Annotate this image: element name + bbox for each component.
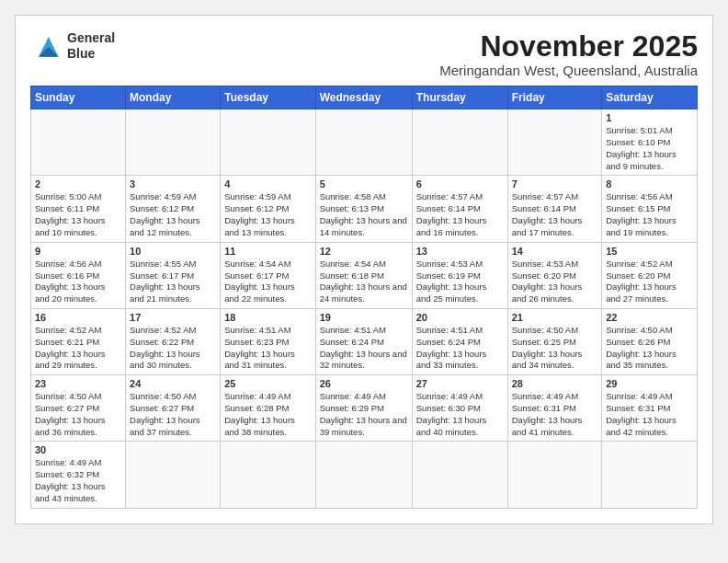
- day-number: 1: [606, 112, 693, 123]
- col-monday: Monday: [126, 86, 221, 109]
- month-title: November 2025: [439, 30, 698, 63]
- calendar-week-row: 9Sunrise: 4:56 AM Sunset: 6:16 PM Daylig…: [31, 242, 698, 308]
- day-number: 9: [35, 246, 121, 257]
- day-number: 3: [130, 178, 216, 190]
- day-number: 2: [35, 178, 121, 190]
- logo-line1: General: [67, 30, 115, 45]
- calendar-cell: [315, 442, 412, 508]
- calendar-cell: 30Sunrise: 4:49 AM Sunset: 6:32 PM Dayli…: [31, 442, 126, 508]
- day-info: Sunrise: 4:59 AM Sunset: 6:12 PM Dayligh…: [130, 191, 216, 238]
- day-info: Sunrise: 4:54 AM Sunset: 6:17 PM Dayligh…: [224, 259, 311, 305]
- day-info: Sunrise: 4:51 AM Sunset: 6:24 PM Dayligh…: [320, 325, 408, 372]
- calendar-cell: 23Sunrise: 4:50 AM Sunset: 6:27 PM Dayli…: [31, 375, 126, 442]
- day-number: 5: [320, 178, 408, 190]
- calendar-cell: [412, 442, 507, 508]
- day-info: Sunrise: 4:54 AM Sunset: 6:18 PM Dayligh…: [320, 259, 408, 305]
- day-number: 17: [130, 312, 216, 323]
- calendar-cell: 15Sunrise: 4:52 AM Sunset: 6:20 PM Dayli…: [602, 242, 698, 308]
- calendar-header-row: Sunday Monday Tuesday Wednesday Thursday…: [31, 86, 698, 109]
- day-number: 11: [224, 246, 311, 257]
- calendar-cell: 26Sunrise: 4:49 AM Sunset: 6:29 PM Dayli…: [315, 375, 412, 442]
- day-info: Sunrise: 4:56 AM Sunset: 6:16 PM Dayligh…: [35, 259, 121, 305]
- calendar-cell: 25Sunrise: 4:49 AM Sunset: 6:28 PM Dayli…: [221, 375, 315, 442]
- day-number: 25: [224, 378, 311, 389]
- calendar-cell: [602, 442, 698, 508]
- calendar-cell: 14Sunrise: 4:53 AM Sunset: 6:20 PM Dayli…: [507, 242, 601, 308]
- day-number: 10: [130, 246, 216, 257]
- calendar-cell: 8Sunrise: 4:56 AM Sunset: 6:15 PM Daylig…: [602, 176, 698, 242]
- calendar-cell: 1Sunrise: 5:01 AM Sunset: 6:10 PM Daylig…: [602, 109, 698, 176]
- day-info: Sunrise: 4:57 AM Sunset: 6:14 PM Dayligh…: [416, 191, 504, 238]
- day-info: Sunrise: 4:50 AM Sunset: 6:27 PM Dayligh…: [130, 391, 216, 438]
- day-number: 27: [416, 378, 504, 389]
- day-info: Sunrise: 4:52 AM Sunset: 6:22 PM Dayligh…: [130, 325, 216, 372]
- page-header: General Blue November 2025 Meringandan W…: [30, 30, 698, 78]
- day-info: Sunrise: 4:50 AM Sunset: 6:26 PM Dayligh…: [606, 325, 693, 372]
- day-info: Sunrise: 4:49 AM Sunset: 6:32 PM Dayligh…: [35, 457, 121, 504]
- calendar-cell: [126, 109, 221, 176]
- calendar-cell: 5Sunrise: 4:58 AM Sunset: 6:13 PM Daylig…: [315, 176, 412, 242]
- day-number: 23: [35, 378, 121, 389]
- logo-line2: Blue: [67, 46, 95, 61]
- calendar-cell: 9Sunrise: 4:56 AM Sunset: 6:16 PM Daylig…: [31, 242, 126, 308]
- col-saturday: Saturday: [602, 86, 698, 109]
- day-number: 15: [606, 246, 693, 257]
- calendar-cell: [221, 442, 315, 508]
- col-sunday: Sunday: [31, 86, 126, 109]
- calendar-cell: 28Sunrise: 4:49 AM Sunset: 6:31 PM Dayli…: [507, 375, 601, 442]
- calendar-cell: [412, 109, 507, 176]
- calendar-cell: 12Sunrise: 4:54 AM Sunset: 6:18 PM Dayli…: [315, 242, 412, 308]
- day-number: 18: [224, 312, 311, 323]
- calendar-cell: 19Sunrise: 4:51 AM Sunset: 6:24 PM Dayli…: [315, 308, 412, 374]
- calendar-cell: [31, 109, 126, 176]
- day-number: 20: [416, 312, 504, 323]
- calendar-cell: 18Sunrise: 4:51 AM Sunset: 6:23 PM Dayli…: [221, 308, 315, 374]
- day-info: Sunrise: 5:00 AM Sunset: 6:11 PM Dayligh…: [35, 191, 121, 238]
- calendar-cell: [507, 442, 601, 508]
- day-info: Sunrise: 4:52 AM Sunset: 6:21 PM Dayligh…: [35, 325, 121, 372]
- day-number: 21: [512, 312, 597, 323]
- day-number: 12: [320, 246, 408, 257]
- day-info: Sunrise: 4:50 AM Sunset: 6:25 PM Dayligh…: [512, 325, 597, 372]
- day-number: 7: [512, 178, 597, 190]
- day-info: Sunrise: 4:55 AM Sunset: 6:17 PM Dayligh…: [130, 259, 216, 305]
- location-title: Meringandan West, Queensland, Australia: [439, 63, 698, 78]
- day-info: Sunrise: 4:49 AM Sunset: 6:29 PM Dayligh…: [320, 391, 408, 438]
- col-tuesday: Tuesday: [221, 86, 315, 109]
- col-wednesday: Wednesday: [315, 86, 412, 109]
- calendar-cell: 27Sunrise: 4:49 AM Sunset: 6:30 PM Dayli…: [412, 375, 507, 442]
- calendar-cell: 17Sunrise: 4:52 AM Sunset: 6:22 PM Dayli…: [126, 308, 221, 374]
- day-number: 6: [416, 178, 504, 190]
- day-number: 8: [606, 178, 693, 190]
- day-number: 14: [512, 246, 597, 257]
- day-number: 13: [416, 246, 504, 257]
- calendar-week-row: 30Sunrise: 4:49 AM Sunset: 6:32 PM Dayli…: [31, 442, 698, 508]
- day-info: Sunrise: 4:57 AM Sunset: 6:14 PM Dayligh…: [512, 191, 597, 238]
- calendar-cell: 21Sunrise: 4:50 AM Sunset: 6:25 PM Dayli…: [507, 308, 601, 374]
- calendar-week-row: 23Sunrise: 4:50 AM Sunset: 6:27 PM Dayli…: [31, 375, 698, 442]
- day-info: Sunrise: 4:51 AM Sunset: 6:24 PM Dayligh…: [416, 325, 504, 372]
- day-info: Sunrise: 4:49 AM Sunset: 6:30 PM Dayligh…: [416, 391, 504, 438]
- day-number: 16: [35, 312, 121, 323]
- calendar-cell: [126, 442, 221, 508]
- day-number: 22: [606, 312, 693, 323]
- calendar-cell: 22Sunrise: 4:50 AM Sunset: 6:26 PM Dayli…: [602, 308, 698, 374]
- calendar-cell: 3Sunrise: 4:59 AM Sunset: 6:12 PM Daylig…: [126, 176, 221, 242]
- day-info: Sunrise: 5:01 AM Sunset: 6:10 PM Dayligh…: [606, 125, 693, 172]
- day-info: Sunrise: 4:49 AM Sunset: 6:31 PM Dayligh…: [512, 391, 597, 438]
- day-info: Sunrise: 4:49 AM Sunset: 6:31 PM Dayligh…: [606, 391, 693, 438]
- calendar-week-row: 16Sunrise: 4:52 AM Sunset: 6:21 PM Dayli…: [31, 308, 698, 374]
- day-info: Sunrise: 4:59 AM Sunset: 6:12 PM Dayligh…: [224, 191, 311, 238]
- calendar-cell: 2Sunrise: 5:00 AM Sunset: 6:11 PM Daylig…: [31, 176, 126, 242]
- day-info: Sunrise: 4:58 AM Sunset: 6:13 PM Dayligh…: [320, 191, 408, 238]
- calendar-cell: [507, 109, 601, 176]
- calendar-cell: 20Sunrise: 4:51 AM Sunset: 6:24 PM Dayli…: [412, 308, 507, 374]
- day-number: 28: [512, 378, 597, 389]
- day-info: Sunrise: 4:50 AM Sunset: 6:27 PM Dayligh…: [35, 391, 121, 438]
- calendar-cell: 7Sunrise: 4:57 AM Sunset: 6:14 PM Daylig…: [507, 176, 601, 242]
- day-number: 24: [130, 378, 216, 389]
- day-info: Sunrise: 4:53 AM Sunset: 6:19 PM Dayligh…: [416, 259, 504, 305]
- calendar-cell: 16Sunrise: 4:52 AM Sunset: 6:21 PM Dayli…: [31, 308, 126, 374]
- calendar-table: Sunday Monday Tuesday Wednesday Thursday…: [30, 86, 698, 509]
- calendar-cell: 4Sunrise: 4:59 AM Sunset: 6:12 PM Daylig…: [221, 176, 315, 242]
